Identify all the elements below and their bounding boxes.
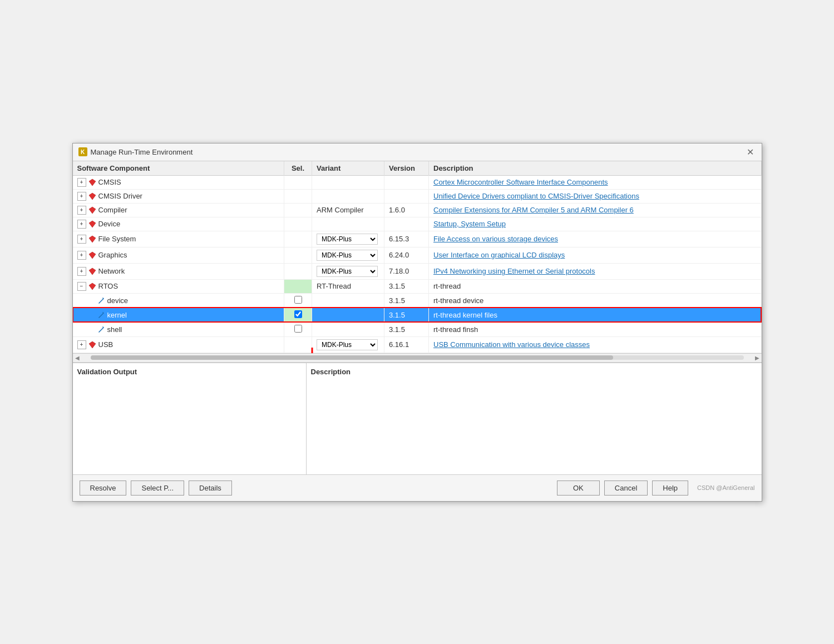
description-link[interactable]: File Access on various storage devices [433, 235, 558, 243]
description-link[interactable]: Compiler Extensions for ARM Compiler 5 a… [433, 206, 634, 214]
component-name-cell: −RTOS [73, 279, 284, 293]
description-link[interactable]: USB Communication with various device cl… [433, 340, 590, 349]
svg-marker-4 [89, 236, 96, 242]
description-link[interactable]: User Interface on graphical LCD displays [433, 251, 565, 259]
variant-cell[interactable]: MDK-Plus [312, 231, 384, 247]
version-cell [384, 189, 429, 203]
variant-cell [312, 175, 384, 189]
component-table: Software Component Sel. Variant Version … [73, 161, 762, 353]
description-cell[interactable]: USB Communication with various device cl… [429, 336, 762, 353]
sel-cell[interactable] [284, 217, 312, 231]
row-checkbox[interactable] [294, 310, 302, 318]
table-row[interactable]: +CompilerARM Compiler1.6.0Compiler Exten… [73, 203, 762, 217]
title-bar: K Manage Run-Time Environment ✕ [73, 143, 762, 161]
description-pane: Description [307, 363, 762, 474]
bottom-area: Validation Output Description [73, 363, 762, 474]
svg-marker-0 [89, 179, 96, 186]
header-variant: Variant [312, 161, 384, 176]
component-name-cell: +Graphics [73, 247, 284, 263]
close-button[interactable]: ✕ [744, 147, 756, 157]
expand-button[interactable]: + [77, 235, 86, 244]
scrollbar-thumb[interactable] [91, 355, 613, 360]
ok-button[interactable]: OK [557, 480, 600, 496]
variant-select[interactable]: MDK-Plus [317, 266, 378, 277]
sel-cell[interactable] [284, 189, 312, 203]
variant-cell[interactable]: MDK-Plus [312, 247, 384, 263]
expand-button[interactable]: − [77, 282, 86, 291]
description-link[interactable]: Startup, System Setup [433, 220, 506, 228]
scroll-left-btn[interactable]: ◀ [73, 355, 82, 361]
sel-cell[interactable] [284, 247, 312, 263]
component-label: Compiler [98, 206, 127, 214]
component-label: RTOS [98, 282, 119, 290]
table-row[interactable]: +DeviceStartup, System Setup [73, 217, 762, 231]
variant-cell[interactable]: MDK-Plus [312, 263, 384, 279]
expand-button[interactable]: + [77, 267, 86, 276]
sel-cell[interactable] [284, 293, 312, 308]
variant-cell: ARM Compiler [312, 203, 384, 217]
sel-cell[interactable] [284, 336, 312, 353]
help-button[interactable]: Help [652, 480, 688, 496]
table-row[interactable]: +NetworkMDK-Plus7.18.0IPv4 Networking us… [73, 263, 762, 279]
description-cell[interactable]: User Interface on graphical LCD displays [429, 247, 762, 263]
svg-marker-7 [89, 283, 96, 290]
sel-cell[interactable] [284, 203, 312, 217]
gem-icon [88, 192, 96, 200]
description-cell[interactable]: Startup, System Setup [429, 217, 762, 231]
expand-button[interactable]: + [77, 192, 86, 201]
svg-marker-8 [89, 341, 96, 348]
sel-cell[interactable] [284, 279, 312, 293]
sel-cell[interactable] [284, 308, 312, 322]
description-cell[interactable]: IPv4 Networking using Ethernet or Serial… [429, 263, 762, 279]
description-link[interactable]: IPv4 Networking using Ethernet or Serial… [433, 267, 595, 275]
gem-icon [88, 251, 96, 259]
expand-button[interactable]: + [77, 178, 86, 187]
version-cell [384, 217, 429, 231]
description-cell[interactable]: Cortex Microcontroller Software Interfac… [429, 175, 762, 189]
description-link[interactable]: Unified Device Drivers compliant to CMSI… [433, 192, 639, 200]
table-row[interactable]: shell3.1.5rt-thread finsh [73, 322, 762, 336]
component-label: Device [98, 220, 121, 228]
footer: Resolve Select P... Details OK Cancel He… [73, 474, 762, 501]
scrollbar-track [91, 355, 744, 360]
details-button[interactable]: Details [189, 480, 232, 496]
expand-button[interactable]: + [77, 340, 86, 349]
version-cell: 6.15.3 [384, 231, 429, 247]
select-p-button[interactable]: Select P... [131, 480, 184, 496]
description-link[interactable]: Cortex Microcontroller Software Interfac… [433, 178, 608, 186]
variant-select[interactable]: MDK-Plus [317, 250, 378, 261]
expand-button[interactable]: + [77, 251, 86, 260]
description-cell[interactable]: Unified Device Drivers compliant to CMSI… [429, 189, 762, 203]
table-row[interactable]: device3.1.5rt-thread device [73, 293, 762, 308]
table-row[interactable]: +File SystemMDK-Plus6.15.3File Access on… [73, 231, 762, 247]
table-row[interactable]: +CMSISCortex Microcontroller Software In… [73, 175, 762, 189]
description-cell[interactable]: Compiler Extensions for ARM Compiler 5 a… [429, 203, 762, 217]
table-row[interactable]: +CMSIS DriverUnified Device Drivers comp… [73, 189, 762, 203]
table-header-row: Software Component Sel. Variant Version … [73, 161, 762, 176]
table-row[interactable]: −RTOSRT-Thread3.1.5rt-thread [73, 279, 762, 293]
sel-cell[interactable] [284, 231, 312, 247]
table-row[interactable]: +USBMDK-Plus6.16.1USB Communication with… [73, 336, 762, 353]
sel-cell[interactable] [284, 322, 312, 336]
row-checkbox[interactable] [294, 325, 302, 333]
resolve-button[interactable]: Resolve [80, 480, 127, 496]
expand-button[interactable]: + [77, 206, 86, 215]
scroll-right-btn[interactable]: ▶ [753, 355, 762, 361]
cancel-button[interactable]: Cancel [604, 480, 648, 496]
description-title: Description [311, 368, 757, 376]
table-row[interactable]: +GraphicsMDK-Plus6.24.0User Interface on… [73, 247, 762, 263]
variant-select[interactable]: MDK-Plus [317, 339, 378, 350]
variant-select[interactable]: MDK-Plus [317, 234, 378, 245]
table-row[interactable]: kernel3.1.5rt-thread kernel files [73, 308, 762, 322]
component-label: USB [98, 340, 113, 349]
expand-button[interactable]: + [77, 220, 86, 229]
sel-cell[interactable] [284, 263, 312, 279]
sel-cell[interactable] [284, 175, 312, 189]
validation-pane: Validation Output [73, 363, 307, 474]
variant-cell[interactable]: MDK-Plus [312, 336, 384, 353]
svg-marker-5 [89, 252, 96, 259]
horizontal-scrollbar[interactable]: ◀ ▶ [73, 354, 762, 363]
row-checkbox[interactable] [294, 296, 302, 304]
header-sel: Sel. [284, 161, 312, 176]
description-cell[interactable]: File Access on various storage devices [429, 231, 762, 247]
